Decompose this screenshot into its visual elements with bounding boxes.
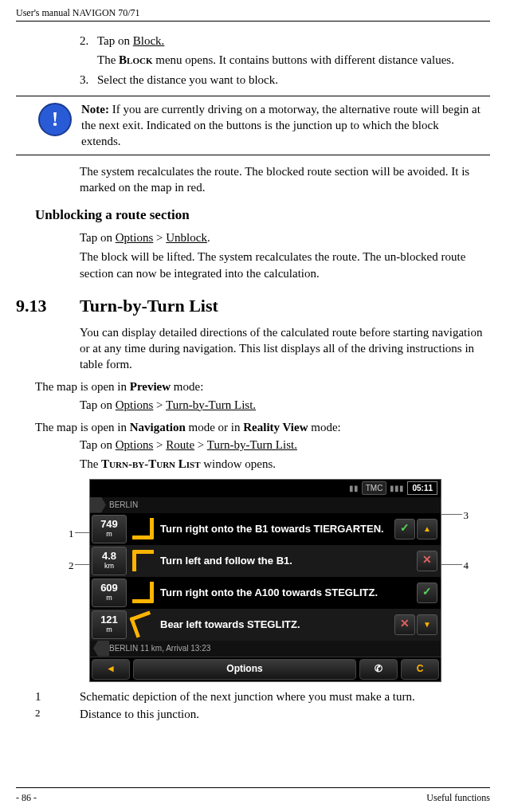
options-link: Options xyxy=(116,438,154,451)
turnlist-link: Turn-by-Turn List. xyxy=(207,438,297,451)
mode-name: Navigation xyxy=(130,421,186,433)
turn-text: Turn right onto the B1 towards TIERGARTE… xyxy=(157,513,391,545)
page-number: - 86 - xyxy=(16,791,37,804)
step-num: 3. xyxy=(80,72,97,88)
window-opens-line: The Turn-by-Turn List window opens. xyxy=(80,456,490,472)
bottom-bar: ◄ Options ✆ C xyxy=(90,657,441,681)
chevron-left-icon xyxy=(93,641,109,657)
step-num: 2. xyxy=(80,33,97,49)
text: mode: xyxy=(308,421,340,433)
clock: 05:11 xyxy=(407,481,437,496)
legend-text: Distance to this junction. xyxy=(80,706,199,722)
battery-icon: ▮▮▮ xyxy=(390,483,404,494)
text: The map is open in xyxy=(35,421,130,433)
text: Tap on xyxy=(97,34,133,47)
legend-text: Schematic depiction of the next junction… xyxy=(80,688,415,704)
text: window opens. xyxy=(201,457,277,470)
legend-1: 1 Schematic depiction of the next juncti… xyxy=(35,688,490,704)
text: > xyxy=(153,231,166,244)
subheading-unblocking: Unblocking a route section xyxy=(35,206,490,225)
page-header: User's manual NAVIGON 70/71 xyxy=(16,6,490,22)
callout-3: 3 xyxy=(464,508,469,523)
back-button[interactable]: ◄ xyxy=(92,659,130,680)
footer-section: Useful functions xyxy=(426,791,490,804)
info-icon: ! xyxy=(38,103,72,136)
after-note-text: The system recalculates the route. The b… xyxy=(80,163,490,196)
section-title: Turn-by-Turn List xyxy=(80,294,218,318)
turn-text: Turn left and follow the B1. xyxy=(157,545,414,577)
callout-4: 4 xyxy=(464,559,469,573)
back-icon: ◄ xyxy=(106,662,116,675)
options-link: Options xyxy=(116,231,154,244)
section-heading: 9.13 Turn-by-Turn List xyxy=(16,294,490,318)
device-screenshot: 1 2 3 4 ▮▮ TMC ▮▮▮ 05:11 BERLIN xyxy=(80,479,462,682)
turn-row[interactable]: 121m Bear left towards STEGLITZ. xyxy=(90,609,441,641)
callout-2: 2 xyxy=(69,559,74,573)
window-name: Turn-by-Turn List xyxy=(101,457,200,470)
legend-2: 2 Distance to this junction. xyxy=(35,706,490,722)
text: mode: xyxy=(171,380,203,393)
options-button[interactable]: Options xyxy=(133,659,356,680)
route-link: Route xyxy=(166,438,194,451)
refresh-button[interactable]: C xyxy=(401,659,439,680)
unblock-body: The block will be lifted. The system rec… xyxy=(80,249,490,281)
note-body: If you are currently driving on a motorw… xyxy=(81,103,481,148)
map-open-navigation: The map is open in Navigation mode or in… xyxy=(35,419,490,435)
text: Tap on xyxy=(80,231,116,244)
turnlist-link: Turn-by-Turn List. xyxy=(166,398,256,411)
text: . xyxy=(207,231,210,244)
breadcrumb-bottom: BERLIN 11 km, Arrival 13:23 xyxy=(90,641,441,657)
forbid-button[interactable] xyxy=(417,551,437,571)
allow-button[interactable] xyxy=(417,583,437,603)
step-3: 3. Select the distance you want to block… xyxy=(80,72,490,88)
unblock-tap-line: Tap on Options > Unblock. xyxy=(80,229,490,245)
tap-line-navigation: Tap on Options > Route > Turn-by-Turn Li… xyxy=(80,437,490,453)
text: > xyxy=(194,438,207,451)
text: > xyxy=(153,438,166,451)
text: Tap on xyxy=(80,398,116,411)
scroll-down-button[interactable] xyxy=(417,614,437,635)
phone-button[interactable]: ✆ xyxy=(359,659,398,680)
text: The xyxy=(97,53,119,66)
turn-row[interactable]: 609m Turn right onto the A100 towards ST… xyxy=(90,577,441,609)
refresh-icon: C xyxy=(417,662,424,675)
turn-right-icon xyxy=(128,513,157,545)
scroll-up-button[interactable] xyxy=(417,519,437,539)
note-box: ! Note: If you are currently driving on … xyxy=(16,96,490,155)
text: Tap on xyxy=(80,438,116,451)
distance-chip: 121m xyxy=(92,610,127,639)
section-number: 9.13 xyxy=(16,294,80,318)
breadcrumb-top: BERLIN xyxy=(90,497,441,513)
note-label: Note: xyxy=(81,103,109,116)
signal-icon: ▮▮ xyxy=(349,483,359,494)
turn-right-icon xyxy=(128,577,157,609)
step-2-body: The Block menu opens. It contains button… xyxy=(80,52,490,68)
text: The map is open in xyxy=(35,380,130,393)
turn-row[interactable]: 749m Turn right onto the B1 towards TIER… xyxy=(90,513,441,545)
text: Select the distance you want to block. xyxy=(97,72,490,88)
mode-name: Reality View xyxy=(243,421,308,433)
bear-left-icon xyxy=(128,609,157,641)
turn-row[interactable]: 4.8km Turn left and follow the B1. xyxy=(90,545,441,577)
map-open-preview: The map is open in Preview mode: xyxy=(35,379,490,394)
forbid-button[interactable] xyxy=(394,614,415,635)
legend-num: 2 xyxy=(35,706,80,722)
status-bar: ▮▮ TMC ▮▮▮ 05:11 xyxy=(90,480,441,497)
mode-name: Preview xyxy=(130,380,171,393)
text: > xyxy=(153,398,166,411)
distance-chip: 609m xyxy=(92,579,127,607)
tmc-chip: TMC xyxy=(362,481,387,496)
allow-button[interactable] xyxy=(394,519,415,539)
chevron-right-icon xyxy=(90,497,106,513)
turn-text: Bear left towards STEGLITZ. xyxy=(157,609,391,641)
legend-num: 1 xyxy=(35,688,80,704)
breadcrumb-label: BERLIN 11 km, Arrival 13:23 xyxy=(109,643,210,654)
callout-1: 1 xyxy=(69,527,74,541)
phone-icon: ✆ xyxy=(375,662,382,675)
step-2: 2. Tap on Block. xyxy=(80,33,490,49)
tap-line-preview: Tap on Options > Turn-by-Turn List. xyxy=(80,397,490,413)
turn-list: 749m Turn right onto the B1 towards TIER… xyxy=(90,513,441,641)
turn-left-icon xyxy=(128,545,157,577)
options-link: Options xyxy=(116,398,154,411)
unblock-link: Unblock xyxy=(166,231,207,244)
